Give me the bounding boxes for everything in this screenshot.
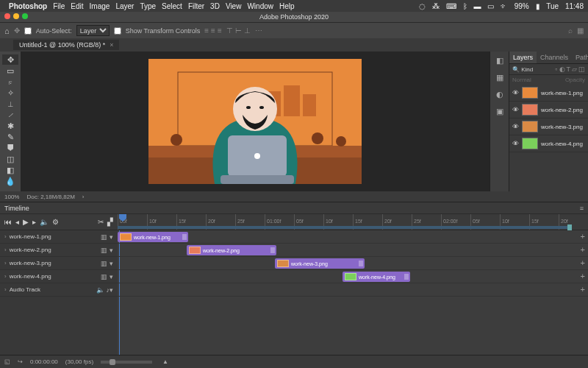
filter-adjustment-icon[interactable]: ◐	[559, 66, 565, 73]
track-label[interactable]: › work-new-1.png ▥▾	[0, 230, 118, 244]
play-button[interactable]: ▶	[23, 218, 29, 226]
tab-paths[interactable]: Paths	[572, 52, 588, 63]
next-frame-button[interactable]: ▸	[32, 218, 36, 226]
track-options-icon[interactable]: ▥	[101, 233, 107, 241]
video-clip[interactable]: work-new-2.png	[187, 245, 276, 255]
blend-mode[interactable]: Normal	[512, 77, 531, 83]
clip-end-handle[interactable]	[270, 247, 275, 253]
split-clip-button[interactable]: ✂	[98, 218, 104, 226]
zoom-level[interactable]: 100%	[4, 194, 19, 200]
document-tab[interactable]: Untitled-1 @ 100% (RGB/8) * ×	[13, 40, 119, 50]
work-area-bar[interactable]	[118, 226, 569, 229]
color-panel-icon[interactable]: ◧	[496, 56, 503, 66]
layer-row[interactable]: 👁 work-new-3.png	[509, 118, 588, 135]
video-clip[interactable]: work-new-4.png	[343, 272, 410, 282]
track-label[interactable]: › work-new-2.png ▥▾	[0, 244, 118, 257]
playhead[interactable]	[119, 214, 126, 222]
track-row[interactable]: work-new-4.png +	[118, 270, 588, 283]
track-menu-icon[interactable]: ▾	[110, 260, 113, 267]
home-button[interactable]: ⌂	[4, 26, 10, 35]
align-center-icon[interactable]: ≡	[211, 26, 215, 35]
video-clip[interactable]: work-new-1.png	[118, 232, 188, 242]
more-align-icon[interactable]: ⋯	[255, 26, 262, 35]
flag-icon[interactable]: ▬	[473, 2, 481, 10]
mute-button[interactable]: 🔈	[40, 218, 49, 226]
visibility-toggle-icon[interactable]: 👁	[512, 89, 519, 96]
app-name[interactable]: Photoshop	[9, 2, 47, 10]
zoom-in-icon[interactable]: ▲	[162, 358, 168, 365]
crop-tool[interactable]: ⟂	[2, 99, 18, 109]
clip-end-handle[interactable]	[182, 234, 187, 240]
blur-tool[interactable]: 💧	[2, 176, 18, 186]
track-options-icon[interactable]: ▥	[101, 247, 107, 254]
auto-select-target[interactable]: Layer	[76, 25, 110, 36]
bluetooth-icon[interactable]: ᛒ	[463, 2, 467, 10]
lasso-tool[interactable]: ⟔	[2, 77, 18, 87]
clip-end-handle[interactable]	[359, 261, 363, 266]
auto-select-checkbox[interactable]	[24, 27, 32, 35]
keyboard-icon[interactable]: ⌨	[446, 2, 456, 10]
menu-image[interactable]: Image	[90, 2, 110, 10]
render-video-icon[interactable]: ↪	[18, 358, 23, 365]
filter-smart-icon[interactable]: ◫	[578, 66, 585, 73]
timeline-zoom-slider[interactable]	[101, 361, 152, 364]
expand-track-icon[interactable]: ›	[4, 273, 7, 280]
align-bottom-icon[interactable]: ⊥	[244, 26, 251, 35]
track-options-icon[interactable]: ▥	[101, 273, 107, 280]
track-label[interactable]: › work-new-4.png ▥▾	[0, 270, 118, 283]
dropbox-icon[interactable]: ⁂	[432, 2, 440, 10]
expand-track-icon[interactable]: ›	[4, 247, 7, 253]
healing-brush-tool[interactable]: ✱	[2, 121, 18, 131]
expand-track-icon[interactable]: ›	[4, 286, 7, 293]
visibility-toggle-icon[interactable]: 👁	[512, 140, 519, 147]
add-media-button[interactable]: +	[581, 258, 585, 267]
layer-thumbnail[interactable]	[522, 121, 538, 132]
wifi-icon[interactable]: ᯤ	[501, 2, 508, 10]
clone-stamp-tool[interactable]: ⛊	[2, 143, 18, 153]
filter-shape-icon[interactable]: ▱	[572, 66, 577, 73]
menu-view[interactable]: View	[226, 2, 242, 10]
window-zoom-icon[interactable]	[22, 13, 28, 19]
clip-end-handle[interactable]	[404, 274, 409, 280]
add-media-button[interactable]: +	[581, 272, 585, 280]
frame-animation-toggle-icon[interactable]: ◱	[4, 358, 10, 365]
layer-thumbnail[interactable]	[522, 138, 538, 149]
add-media-button[interactable]: +	[581, 245, 585, 254]
menu-window[interactable]: Window	[247, 2, 273, 10]
layer-row[interactable]: 👁 work-new-2.png	[509, 102, 588, 118]
goto-first-frame-button[interactable]: ⏮	[4, 218, 12, 226]
video-clip[interactable]: work-new-3.png	[275, 258, 365, 269]
audio-track-row[interactable]: +	[118, 283, 588, 297]
track-row[interactable]: work-new-1.png +	[118, 230, 588, 244]
prev-frame-button[interactable]: ◂	[15, 218, 19, 226]
align-right-icon[interactable]: ≡	[218, 26, 222, 35]
visibility-toggle-icon[interactable]: 👁	[512, 106, 519, 113]
layer-thumbnail[interactable]	[522, 104, 538, 116]
adjustments-panel-icon[interactable]: ◐	[496, 90, 503, 99]
track-menu-icon[interactable]: ▾	[110, 247, 113, 254]
audio-track-label[interactable]: › Audio Track 🔈♪▾	[0, 283, 118, 297]
menu-layer[interactable]: Layer	[115, 2, 134, 10]
marquee-tool[interactable]: ▭	[2, 66, 18, 76]
eyedropper-tool[interactable]: ⟋	[2, 110, 18, 120]
track-menu-icon[interactable]: ▾	[110, 273, 113, 280]
layer-row[interactable]: 👁 work-new-4.png	[509, 135, 588, 152]
window-minimize-icon[interactable]	[13, 13, 19, 19]
tab-channels[interactable]: Channels	[537, 52, 572, 63]
clock-time[interactable]: 11:48	[565, 2, 584, 10]
layer-thumbnail[interactable]	[522, 87, 538, 99]
brush-tool[interactable]: ✎	[2, 132, 18, 142]
menu-file[interactable]: File	[53, 2, 65, 10]
menu-filter[interactable]: Filter	[188, 2, 204, 10]
window-close-icon[interactable]	[4, 13, 10, 19]
cloud-icon[interactable]: ◌	[419, 2, 426, 10]
workspace-icon[interactable]: ▦	[577, 26, 584, 35]
gradient-tool[interactable]: ◧	[2, 165, 18, 175]
track-row[interactable]: work-new-3.png +	[118, 257, 588, 270]
libraries-panel-icon[interactable]: ▣	[496, 107, 503, 116]
timeline-menu-icon[interactable]: ≡	[580, 205, 584, 212]
timeline-settings-icon[interactable]: ⚙	[52, 218, 59, 226]
audio-mute-icon[interactable]: 🔈	[96, 286, 104, 294]
status-arrow-icon[interactable]: ›	[82, 194, 85, 200]
clock-day[interactable]: Tue	[546, 2, 559, 10]
